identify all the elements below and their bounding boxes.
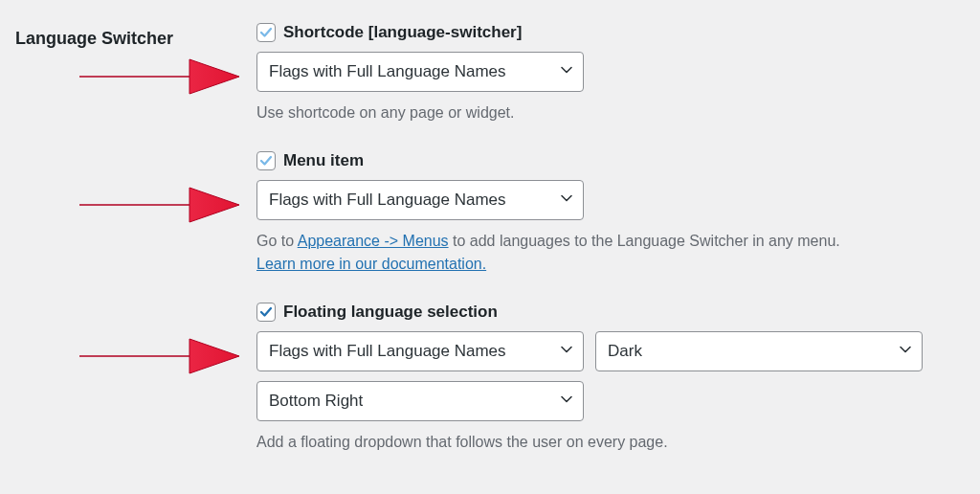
select-value: Bottom Right	[269, 392, 363, 411]
floating-theme-select[interactable]: Dark	[595, 331, 923, 371]
callout-arrow-3	[75, 333, 242, 379]
floating-group: Floating language selection Flags with F…	[256, 303, 965, 454]
chevron-down-icon	[560, 342, 573, 361]
shortcode-checkbox-label: Shortcode [language-switcher]	[283, 23, 522, 42]
floating-checkbox-label: Floating language selection	[283, 303, 498, 322]
floating-style-select[interactable]: Flags with Full Language Names	[256, 331, 584, 371]
shortcode-help-text: Use shortcode on any page or widget.	[256, 101, 965, 124]
help-prefix: Go to	[256, 233, 298, 249]
chevron-down-icon	[560, 191, 573, 210]
chevron-down-icon	[560, 62, 573, 81]
menu-item-help-text: Go to Appearance -> Menus to add languag…	[256, 230, 965, 276]
select-value: Flags with Full Language Names	[269, 342, 506, 361]
docs-link[interactable]: Learn more in our documentation.	[256, 256, 486, 272]
chevron-down-icon	[560, 392, 573, 411]
floating-checkbox[interactable]	[256, 303, 276, 322]
shortcode-style-select[interactable]: Flags with Full Language Names	[256, 52, 584, 92]
menu-item-style-select[interactable]: Flags with Full Language Names	[256, 180, 584, 220]
select-value: Dark	[608, 342, 642, 361]
check-icon	[259, 154, 273, 168]
select-value: Flags with Full Language Names	[269, 191, 506, 210]
select-value: Flags with Full Language Names	[269, 62, 506, 81]
chevron-down-icon	[899, 342, 912, 361]
check-icon	[259, 26, 273, 39]
callout-arrow-2	[75, 182, 242, 228]
menu-item-group: Menu item Flags with Full Language Names…	[256, 151, 965, 276]
appearance-menus-link[interactable]: Appearance -> Menus	[298, 233, 449, 249]
check-icon	[259, 305, 273, 319]
section-title: Language Switcher	[15, 29, 245, 49]
shortcode-group: Shortcode [language-switcher] Flags with…	[256, 23, 965, 124]
shortcode-checkbox[interactable]	[256, 23, 276, 42]
floating-position-select[interactable]: Bottom Right	[256, 381, 584, 421]
callout-arrow-1	[75, 54, 242, 100]
help-middle: to add languages to the Language Switche…	[449, 233, 840, 249]
menu-item-checkbox-label: Menu item	[283, 151, 364, 170]
floating-help-text: Add a floating dropdown that follows the…	[256, 431, 965, 454]
menu-item-checkbox[interactable]	[256, 151, 276, 170]
